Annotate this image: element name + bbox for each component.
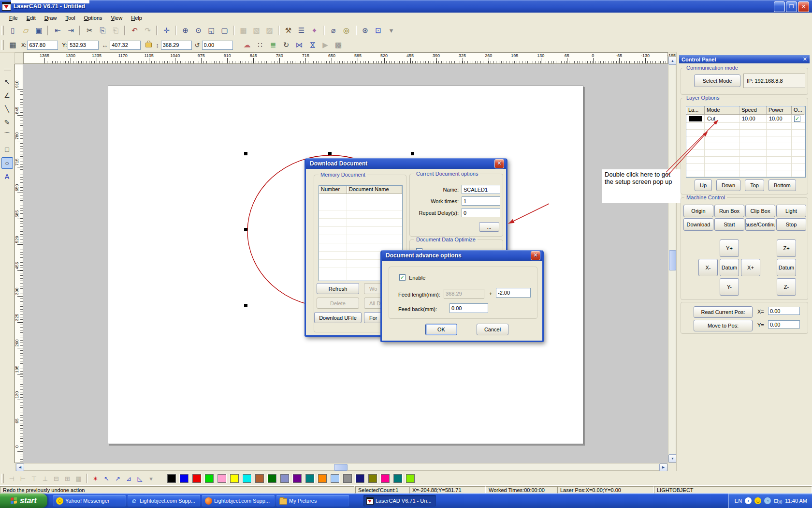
layer-row-empty[interactable] xyxy=(686,136,805,143)
bottom-more-icon[interactable]: ▾ xyxy=(146,474,156,483)
layer-row[interactable]: Cut10.0010.00✓ xyxy=(686,115,805,123)
pos-y-field[interactable] xyxy=(768,320,800,329)
color-swatch[interactable] xyxy=(243,474,251,483)
color-swatch[interactable] xyxy=(305,474,314,483)
layer-column-header[interactable]: Speed xyxy=(740,106,767,115)
dimension-sw-icon[interactable]: ↗ xyxy=(113,474,123,483)
pos-x-field[interactable] xyxy=(768,307,800,315)
horizontal-scroll-thumb[interactable] xyxy=(334,464,348,471)
toolbar-grip[interactable] xyxy=(1,40,4,50)
color-swatch[interactable] xyxy=(192,474,201,483)
selection-handle[interactable] xyxy=(244,152,247,155)
y-position-field[interactable] xyxy=(68,41,99,50)
menu-item-options[interactable]: Options xyxy=(80,14,107,22)
jog-y-plus-button[interactable]: Y+ xyxy=(720,239,739,257)
color-swatch[interactable] xyxy=(318,474,327,483)
height-field[interactable] xyxy=(161,41,192,50)
document-name-field[interactable] xyxy=(462,185,500,194)
stop-button[interactable]: Stop xyxy=(776,218,806,231)
advance-options-button[interactable]: ... xyxy=(479,222,499,232)
start-button[interactable]: Start xyxy=(714,218,744,231)
memory-document-row[interactable] xyxy=(319,210,402,219)
new-icon[interactable]: ▯ xyxy=(7,25,19,36)
document-name-column-header[interactable]: Document Name xyxy=(347,186,402,194)
color-swatch[interactable] xyxy=(393,474,402,483)
pick-position-icon[interactable]: ⌖ xyxy=(308,25,320,36)
layer-row-empty[interactable] xyxy=(686,150,805,157)
simulate-icon[interactable]: ⚒ xyxy=(282,25,294,36)
bottom-button[interactable]: Bottom xyxy=(768,179,796,191)
layers-icon[interactable]: ≣ xyxy=(267,39,279,51)
zoom-page-icon[interactable]: ▢ xyxy=(218,25,231,36)
dimension-corner-a-icon[interactable]: ⊿ xyxy=(124,474,134,483)
color-swatch[interactable] xyxy=(280,474,289,483)
arc-tool-icon[interactable]: ⌒ xyxy=(1,130,13,142)
rotate-icon[interactable]: ↻ xyxy=(280,39,292,51)
menu-item-help[interactable]: Help xyxy=(127,14,146,22)
select-mode-button[interactable]: Select Mode xyxy=(694,75,740,87)
memory-document-row[interactable] xyxy=(319,194,402,202)
jog-y-minus-button[interactable]: Y- xyxy=(720,278,739,296)
refresh-button[interactable]: Refresh xyxy=(317,283,359,294)
dimension-ne-icon[interactable]: ↖ xyxy=(102,474,112,483)
layer-speed-cell[interactable]: 10.00 xyxy=(740,115,767,122)
pan-icon[interactable]: ✛ xyxy=(160,25,173,36)
rotate-field[interactable] xyxy=(202,41,233,50)
enable-checkbox[interactable]: ✓ xyxy=(399,274,406,281)
menu-item-edit[interactable]: Edit xyxy=(22,14,40,22)
import-icon[interactable]: ⇤ xyxy=(52,25,64,36)
color-swatch[interactable] xyxy=(293,474,302,483)
run-box-button[interactable]: Run Box xyxy=(714,205,744,217)
taskbar-button-ie[interactable]: Lightobject.com Supp... xyxy=(128,495,200,507)
copy-icon[interactable]: ⎘ xyxy=(97,25,109,36)
light-button[interactable]: Light xyxy=(776,205,806,217)
feed-adjust-field[interactable] xyxy=(496,288,531,298)
ok-button[interactable]: OK xyxy=(425,324,457,335)
taskbar-button-firefox[interactable]: Lightobject.com Supp... xyxy=(202,495,275,507)
close-button[interactable]: ✕ xyxy=(798,1,809,12)
layer-output-cell[interactable]: ✓ xyxy=(792,115,804,122)
jog-datum-button[interactable]: Datum xyxy=(720,259,739,276)
scroll-up-icon[interactable]: ▲ xyxy=(668,57,677,65)
memory-document-row[interactable] xyxy=(319,227,402,235)
rectangle-tool-icon[interactable]: □ xyxy=(1,144,13,155)
taskbar-button-yahoo[interactable]: Yahoo! Messenger xyxy=(53,495,126,507)
jog-x-minus-button[interactable]: X- xyxy=(698,259,718,276)
layer-column-header[interactable]: Power xyxy=(767,106,792,115)
layer-row-empty[interactable] xyxy=(686,130,805,136)
feed-back-field[interactable] xyxy=(450,303,488,313)
layer-column-header[interactable]: La... xyxy=(686,106,705,115)
work-list-icon[interactable]: ☰ xyxy=(295,25,307,36)
move-to-pos-button[interactable]: Move to Pos: xyxy=(694,320,753,331)
vertical-scrollbar[interactable]: ▲ ▼ xyxy=(668,56,676,463)
down-button[interactable]: Down xyxy=(716,179,740,191)
memory-document-row[interactable] xyxy=(319,219,402,227)
menu-item-tool[interactable]: Tool xyxy=(61,14,79,22)
read-current-pos-button[interactable]: Read Current Pos: xyxy=(694,306,753,318)
download-ufile-button[interactable]: Download UFile xyxy=(314,312,362,323)
memory-document-row[interactable] xyxy=(319,235,402,243)
color-swatch[interactable] xyxy=(356,474,364,483)
color-swatch[interactable] xyxy=(255,474,264,483)
color-swatch[interactable] xyxy=(218,474,226,483)
minimize-button[interactable]: — xyxy=(774,1,785,12)
circle-tool-icon[interactable]: ⌀ xyxy=(327,25,339,36)
ellipse-tool-icon[interactable]: ○ xyxy=(1,157,13,169)
messenger-tray-icon[interactable]: ◔ xyxy=(764,497,771,504)
layer-row-empty[interactable] xyxy=(686,170,805,177)
menu-item-file[interactable]: File xyxy=(5,14,22,22)
scroll-left-icon[interactable]: ◀ xyxy=(16,463,24,471)
open-icon[interactable]: ▱ xyxy=(20,25,32,36)
selection-handle[interactable] xyxy=(328,152,332,155)
cancel-button[interactable]: Cancel xyxy=(477,324,508,335)
node-edit-tool-icon[interactable]: ∠ xyxy=(1,90,13,101)
advance-dialog-close-icon[interactable]: ✕ xyxy=(531,251,540,260)
color-swatch[interactable] xyxy=(205,474,214,483)
repeat-delay-field[interactable] xyxy=(462,208,500,217)
download-button[interactable]: Download xyxy=(683,218,713,231)
device-icon[interactable]: ⊛ xyxy=(359,25,371,36)
yahoo-tray-icon[interactable]: ☺ xyxy=(754,497,761,504)
number-column-header[interactable]: Number xyxy=(319,186,347,194)
layer-row-empty[interactable] xyxy=(686,143,805,150)
stamp-icon[interactable]: ☁ xyxy=(241,39,253,51)
